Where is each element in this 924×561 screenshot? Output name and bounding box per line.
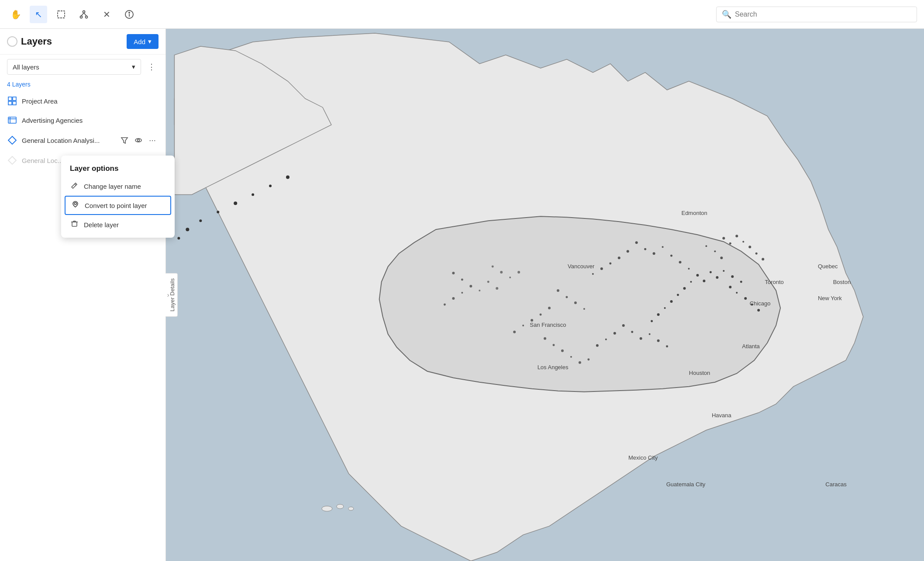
svg-point-19	[138, 139, 140, 142]
change-layer-name-option[interactable]: Change layer name	[61, 177, 175, 196]
svg-point-62	[696, 274, 699, 277]
city-label-losangeles: Los Angeles	[538, 364, 569, 371]
svg-point-50	[635, 241, 638, 244]
svg-point-65	[716, 276, 718, 279]
svg-point-1	[83, 10, 85, 13]
svg-point-115	[487, 281, 490, 283]
city-label-quebec: Quebec	[818, 263, 838, 270]
svg-point-39	[348, 507, 354, 510]
svg-point-83	[640, 337, 642, 340]
filter-button[interactable]	[118, 134, 131, 146]
svg-point-117	[479, 290, 480, 291]
svg-point-92	[574, 301, 577, 304]
city-label-atlanta: Atlanta	[742, 343, 759, 350]
layer-more-button[interactable]: ⋯	[146, 134, 159, 146]
add-button[interactable]: Add ▾	[127, 34, 159, 49]
svg-point-116	[496, 287, 498, 290]
svg-point-91	[565, 296, 568, 298]
svg-point-56	[679, 261, 681, 263]
svg-point-84	[649, 333, 651, 335]
svg-point-94	[548, 307, 551, 309]
svg-marker-16	[8, 136, 16, 144]
search-input[interactable]	[735, 10, 911, 18]
connect-button[interactable]	[75, 6, 93, 23]
svg-point-63	[703, 280, 705, 282]
search-icon: 🔍	[722, 10, 731, 19]
svg-point-112	[500, 271, 503, 274]
convert-to-point-option[interactable]: Convert to point layer	[65, 196, 171, 215]
svg-point-47	[714, 250, 716, 252]
svg-line-4	[81, 13, 84, 16]
svg-point-87	[614, 332, 616, 335]
svg-rect-0	[58, 11, 65, 18]
layers-menu-button[interactable]: ⋮	[145, 60, 159, 74]
city-label-guatemalacity: Guatemala City	[666, 481, 706, 488]
layer-actions: ⋯	[118, 134, 159, 146]
svg-point-66	[723, 270, 724, 272]
advertising-agencies-icon	[7, 115, 17, 125]
general-location-name: General Location Analysi...	[22, 137, 114, 144]
svg-point-42	[735, 235, 738, 237]
svg-point-80	[651, 320, 653, 322]
svg-point-64	[710, 271, 712, 274]
city-label-edmonton: Edmonton	[681, 210, 707, 216]
project-area-name: Project Area	[22, 97, 159, 105]
svg-point-68	[740, 281, 742, 283]
select-tool-button[interactable]: ↖	[30, 6, 47, 23]
svg-point-107	[469, 285, 472, 287]
city-label-boston: Boston	[833, 279, 851, 285]
general-location-icon	[7, 135, 17, 145]
info-button[interactable]	[121, 6, 138, 23]
svg-point-110	[444, 303, 446, 305]
visibility-button[interactable]	[132, 134, 145, 146]
svg-rect-11	[8, 101, 12, 105]
svg-point-54	[627, 250, 629, 253]
layer-item-general-location[interactable]: General Location Analysi... ⋯	[0, 130, 165, 151]
svg-point-69	[729, 286, 731, 288]
svg-point-75	[683, 287, 686, 290]
svg-point-51	[644, 248, 646, 250]
svg-point-45	[755, 253, 758, 255]
svg-point-95	[540, 313, 542, 315]
advertising-agencies-name: Advertising Agencies	[22, 117, 159, 124]
svg-point-70	[736, 292, 738, 294]
layer-details-handle[interactable]: › Layer Details	[165, 273, 178, 317]
svg-point-55	[670, 255, 672, 257]
close-tool-button[interactable]: ✕	[98, 6, 115, 23]
layer-item-advertising-agencies[interactable]: Advertising Agencies	[0, 111, 165, 130]
svg-point-113	[509, 277, 511, 278]
map-svg	[166, 29, 924, 561]
dropdown-arrow-icon: ▾	[132, 63, 135, 71]
svg-point-74	[690, 281, 692, 283]
pencil-icon	[70, 181, 79, 191]
svg-point-57	[688, 268, 690, 270]
svg-point-89	[596, 344, 599, 347]
all-layers-row: All layers ▾ ⋮	[0, 55, 165, 79]
svg-point-71	[744, 297, 747, 300]
svg-point-33	[217, 211, 219, 213]
svg-point-44	[748, 246, 751, 248]
rectangle-select-button[interactable]	[52, 6, 70, 23]
svg-rect-13	[8, 117, 16, 123]
svg-point-105	[452, 272, 455, 274]
all-layers-dropdown[interactable]: All layers ▾	[7, 59, 141, 75]
svg-line-5	[84, 13, 86, 16]
svg-point-79	[657, 313, 660, 316]
delete-layer-option[interactable]: Delete layer	[61, 215, 175, 234]
svg-point-34	[199, 219, 202, 222]
layer-item-project-area[interactable]: Project Area	[0, 91, 165, 111]
svg-point-61	[592, 273, 594, 275]
svg-point-59	[609, 263, 611, 265]
svg-point-81	[622, 324, 625, 327]
loading-spinner	[7, 36, 17, 47]
svg-point-30	[269, 184, 272, 187]
svg-line-21	[75, 184, 76, 185]
svg-point-31	[252, 193, 254, 196]
svg-rect-10	[13, 97, 16, 100]
map-area[interactable]: Edmonton Vancouver Quebec Toronto Boston…	[166, 29, 924, 561]
svg-point-49	[705, 245, 707, 247]
pan-tool-button[interactable]: ✋	[7, 6, 24, 23]
svg-marker-17	[121, 138, 128, 143]
sidebar-title: Layers	[21, 36, 123, 47]
svg-point-78	[664, 307, 666, 309]
